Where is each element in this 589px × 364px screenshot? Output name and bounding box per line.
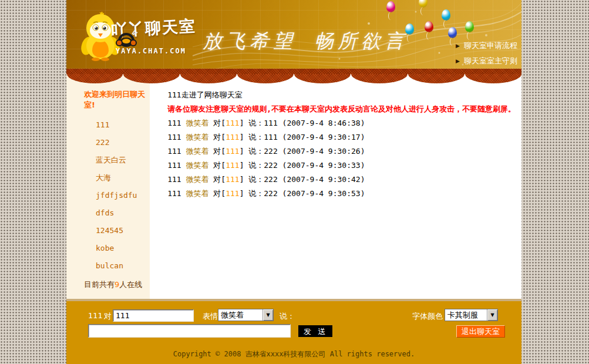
header-banner: 吖丫聊天室 YAYA.CHAT.COM 放飞希望畅所欲言 ▶ 聊天室申请流程 ▶…	[66, 0, 521, 69]
welcome-text: 欢迎来到明日聊天室!	[84, 89, 150, 110]
balloon-icon	[442, 9, 450, 21]
online-prefix: 目前共有	[84, 280, 115, 289]
user-list-item[interactable]: 蓝天白云	[96, 151, 150, 169]
headset-icon	[115, 29, 138, 49]
emotion-select[interactable]: 微笑着 ▼	[218, 309, 274, 321]
chat-message: 111 微笑着 对[111] 说：222 (2007-9-4 9:30:53)	[167, 187, 516, 201]
composer-bar: 111 对 表情 微笑着 ▼ 说： 字体颜色 卡其制服 ▼ 发 送 退出聊天室 …	[66, 301, 521, 364]
say-label: 说：	[280, 311, 295, 322]
current-username: 111	[88, 311, 103, 320]
logo-domain: YAYA.CHAT.COM	[116, 47, 186, 55]
emotion-select-value: 微笑着	[218, 309, 262, 321]
link-chatroom-apply[interactable]: ▶ 聊天室申请流程	[456, 41, 517, 51]
user-list-item[interactable]: jfdfjsdfu	[96, 187, 150, 204]
chat-message: 111 微笑着 对[111] 说：222 (2007-9-4 9:30:42)	[167, 173, 516, 187]
online-suffix: 人在线	[119, 280, 142, 289]
awning-strip	[66, 69, 521, 74]
chat-message: 111 微笑着 对[111] 说：111 (2007-9-4 9:30:17)	[167, 130, 516, 144]
user-list-item[interactable]: dfds	[96, 204, 150, 222]
slogan-part2: 畅所欲言	[314, 29, 408, 52]
copyright-text: Copyright © 2008 吉林省xxxx科技有限公司 All right…	[66, 349, 521, 359]
content-area: 欢迎来到明日聊天室! 111222蓝天白云大海jfdfjsdfudfds1245…	[66, 74, 521, 299]
awning-scallop-bump	[351, 74, 408, 83]
chat-app-window: 吖丫聊天室 YAYA.CHAT.COM 放飞希望畅所欲言 ▶ 聊天室申请流程 ▶…	[66, 0, 521, 364]
font-color-select-value: 卡其制服	[445, 309, 487, 321]
balloon-icon	[425, 21, 433, 32]
chevron-down-icon: ▼	[262, 309, 273, 321]
balloon-icon	[448, 27, 457, 38]
awning-scallop-bump	[294, 74, 351, 83]
send-button[interactable]: 发 送	[298, 325, 332, 337]
system-message: 111走进了网络聊天室	[167, 88, 516, 102]
user-list-item[interactable]: 222	[96, 134, 150, 151]
font-color-label: 字体颜色	[412, 311, 443, 322]
awning-scallop-bump	[67, 74, 123, 83]
chat-message: 111 微笑着 对[111] 说：222 (2007-9-4 9:30:26)	[167, 144, 516, 159]
header-links: ▶ 聊天室申请流程 ▶ 聊天室室主守则	[456, 41, 517, 69]
awning-scallop-bump	[408, 74, 465, 83]
user-list-item[interactable]: kobe	[96, 240, 150, 257]
user-list-item[interactable]: 111	[96, 116, 150, 134]
chat-message: 111 微笑着 对[111] 说：111 (2007-9-4 8:46:38)	[167, 116, 516, 130]
user-list-item[interactable]: 124545	[96, 222, 150, 240]
slogan-text: 放飞希望畅所欲言	[203, 28, 408, 55]
awning-scallop-bump	[237, 74, 294, 83]
user-sidebar: 欢迎来到明日聊天室! 111222蓝天白云大海jfdfjsdfudfds1245…	[66, 74, 150, 299]
chevron-down-icon: ▼	[487, 309, 497, 321]
to-label: 对	[104, 311, 112, 322]
balloon-icon	[386, 1, 395, 12]
user-list-item[interactable]: bulcan	[96, 257, 150, 275]
emotion-label: 表情	[203, 311, 218, 322]
link-label: 聊天室申请流程	[464, 41, 517, 51]
link-label: 聊天室室主守则	[464, 56, 517, 66]
message-input[interactable]	[88, 324, 291, 338]
online-user-list: 111222蓝天白云大海jfdfjsdfudfds124545kobebulca…	[84, 116, 150, 275]
room-rules-notice: 请各位聊友注意聊天室的规则,不要在本聊天室内发表反动言论及对他人进行人身攻击，不…	[167, 102, 516, 116]
slogan-part1: 放飞希望	[203, 29, 297, 52]
awning-scallop-bump	[465, 74, 521, 83]
user-list-item[interactable]: 大海	[96, 169, 150, 187]
exit-chatroom-button[interactable]: 退出聊天室	[456, 325, 505, 338]
balloon-icon	[465, 21, 474, 32]
awning-scallop-bump	[180, 74, 237, 83]
balloon-icon	[405, 23, 414, 35]
font-color-select[interactable]: 卡其制服 ▼	[445, 309, 498, 321]
chat-log: 111走进了网络聊天室 请各位聊友注意聊天室的规则,不要在本聊天室内发表反动言论…	[150, 74, 521, 299]
message-list: 111 微笑着 对[111] 说：111 (2007-9-4 8:46:38)1…	[167, 116, 516, 201]
arrow-right-icon: ▶	[456, 43, 460, 49]
chat-message: 111 微笑着 对[111] 说：222 (2007-9-4 9:30:33)	[167, 159, 516, 173]
online-count-text: 目前共有9人在线	[84, 279, 150, 290]
to-input[interactable]	[113, 309, 194, 322]
arrow-right-icon: ▶	[456, 58, 460, 64]
awning-scallop-bump	[123, 74, 180, 83]
link-chatroom-rules[interactable]: ▶ 聊天室室主守则	[456, 56, 517, 66]
awning-scallops	[66, 74, 521, 83]
